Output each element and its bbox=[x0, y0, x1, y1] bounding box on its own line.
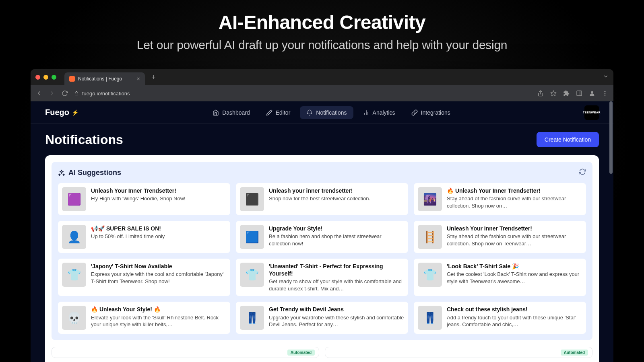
svg-point-8 bbox=[605, 95, 606, 96]
notification-list-item[interactable]: Automated bbox=[52, 347, 319, 358]
card-thumbnail: 💀 bbox=[62, 306, 86, 330]
card-body: Be a fashion hero and shop the latest st… bbox=[269, 233, 404, 247]
hero-title: AI-Enhanced Creativity bbox=[0, 11, 644, 33]
tab-favicon-icon bbox=[69, 76, 75, 82]
sparkle-icon bbox=[58, 169, 65, 177]
suggestion-card[interactable]: 👤📢🚀 SUPER SALE IS ON!Up to 50% off. Limi… bbox=[58, 221, 230, 253]
tabs-dropdown-icon[interactable] bbox=[603, 74, 609, 81]
suggestion-card[interactable]: 👖Get Trendy with Devil JeansUpgrade your… bbox=[236, 302, 408, 334]
profile-avatar[interactable]: TEENWEAR bbox=[584, 105, 599, 120]
card-thumbnail: ⬛ bbox=[240, 187, 264, 211]
card-thumbnail: 👕 bbox=[240, 263, 264, 287]
notification-list-item[interactable]: Automated bbox=[325, 347, 592, 358]
suggestion-card[interactable]: 🌆🔥 Unleash Your Inner Trendsetter!Stay a… bbox=[414, 183, 586, 215]
card-thumbnail: 🪜 bbox=[418, 225, 442, 249]
card-title: Check out these stylish jeans! bbox=[447, 306, 582, 313]
suggestion-card[interactable]: 👖Check out these stylish jeans!Add a tre… bbox=[414, 302, 586, 334]
card-title: Upgrade Your Style! bbox=[269, 225, 404, 232]
nav-dashboard[interactable]: Dashboard bbox=[206, 106, 256, 119]
card-title: Unleash Your Inner Trendsetter! bbox=[91, 187, 226, 194]
card-body: Get the coolest 'Look Back' T-Shirt now … bbox=[447, 271, 582, 285]
suggestion-card[interactable]: 👕'Look Back' T-Shirt Sale 🎉Get the coole… bbox=[414, 259, 586, 296]
new-tab-button[interactable]: + bbox=[151, 73, 156, 82]
suggestion-card[interactable]: 🪜Unleash Your Inner Trendsetter!Stay ahe… bbox=[414, 221, 586, 253]
create-notification-button[interactable]: Create Notification bbox=[537, 132, 599, 147]
browser-address-bar: fuego.io/notifications bbox=[31, 85, 613, 101]
card-body: Express your style with the cool and com… bbox=[91, 271, 226, 285]
page-title: Notifications bbox=[45, 132, 123, 147]
automated-badge: Automated bbox=[561, 350, 588, 356]
card-title: 📢🚀 SUPER SALE IS ON! bbox=[91, 225, 226, 232]
browser-tabbar: Notifications | Fuego × + bbox=[31, 69, 613, 85]
refresh-suggestions-button[interactable] bbox=[579, 168, 586, 177]
card-title: Unleash your inner trendsetter! bbox=[269, 187, 404, 194]
card-title: Unleash Your Inner Trendsetter! bbox=[447, 225, 582, 232]
card-thumbnail: 👖 bbox=[418, 306, 442, 330]
svg-point-5 bbox=[591, 91, 593, 93]
nav-notifications[interactable]: Notifications bbox=[300, 106, 353, 119]
back-button[interactable] bbox=[35, 90, 43, 97]
tab-close-icon[interactable]: × bbox=[137, 76, 140, 82]
lock-icon bbox=[74, 91, 79, 96]
card-body: Upgrade your wardrobe with these stylish… bbox=[269, 314, 404, 328]
card-thumbnail: 👕 bbox=[62, 263, 86, 287]
card-title: 'Look Back' T-Shirt Sale 🎉 bbox=[447, 263, 582, 270]
card-title: 'Unwanted' T-Shirt - Perfect for Express… bbox=[269, 263, 404, 277]
hero-subtitle: Let our powerful AI draft up your notifi… bbox=[0, 38, 644, 52]
suggestion-card[interactable]: 👕'Japony' T-Shirt Now AvailableExpress y… bbox=[58, 259, 230, 296]
forward-button[interactable] bbox=[48, 90, 56, 97]
ai-suggestions-title: AI Suggestions bbox=[68, 169, 121, 177]
maximize-window-icon[interactable] bbox=[52, 75, 56, 80]
svg-rect-0 bbox=[75, 93, 78, 95]
tab-title: Notifications | Fuego bbox=[78, 76, 122, 82]
nav-analytics[interactable]: Analytics bbox=[357, 106, 402, 119]
app-logo[interactable]: Fuego⚡ bbox=[45, 108, 78, 117]
profile-icon[interactable] bbox=[588, 90, 596, 97]
card-thumbnail: 👖 bbox=[240, 306, 264, 330]
suggestion-card[interactable]: 👕'Unwanted' T-Shirt - Perfect for Expres… bbox=[236, 259, 408, 296]
svg-marker-2 bbox=[551, 90, 556, 96]
url-text: fuego.io/notifications bbox=[82, 90, 130, 97]
window-controls bbox=[35, 75, 56, 80]
suggestion-card[interactable]: 🟦Upgrade Your Style!Be a fashion hero an… bbox=[236, 221, 408, 253]
menu-icon[interactable] bbox=[601, 90, 609, 97]
card-body: Up to 50% off. Limited time only bbox=[91, 233, 226, 240]
url-field[interactable]: fuego.io/notifications bbox=[74, 90, 531, 97]
card-body: Fly High with 'Wings' Hoodie, Shop Now! bbox=[91, 195, 226, 202]
browser-window: Notifications | Fuego × + fuego.io/notif… bbox=[31, 69, 613, 362]
sidepanel-icon[interactable] bbox=[576, 90, 583, 97]
card-body: Get ready to show off your style with th… bbox=[269, 278, 404, 292]
card-title: 🔥 Unleash Your Style! 🔥 bbox=[91, 306, 226, 313]
card-body: Add a trendy touch to your outfit with t… bbox=[447, 314, 582, 328]
suggestion-card[interactable]: ⬛Unleash your inner trendsetter!Shop now… bbox=[236, 183, 408, 215]
share-icon[interactable] bbox=[537, 90, 544, 97]
flame-icon: ⚡ bbox=[72, 109, 78, 116]
card-thumbnail: 🌆 bbox=[418, 187, 442, 211]
card-thumbnail: 👕 bbox=[418, 263, 442, 287]
nav-editor[interactable]: Editor bbox=[260, 106, 297, 119]
app-topnav: Fuego⚡ DashboardEditorNotificationsAnaly… bbox=[31, 101, 613, 124]
svg-rect-3 bbox=[577, 91, 582, 96]
svg-point-7 bbox=[605, 93, 606, 94]
bookmark-icon[interactable] bbox=[550, 90, 557, 97]
reload-button[interactable] bbox=[61, 90, 68, 97]
nav-integrations[interactable]: Integrations bbox=[405, 106, 457, 119]
ai-suggestions-section: AI Suggestions 🟪Unleash Your Inner Trend… bbox=[52, 162, 592, 340]
minimize-window-icon[interactable] bbox=[43, 75, 48, 80]
card-title: Get Trendy with Devil Jeans bbox=[269, 306, 404, 313]
card-title: 🔥 Unleash Your Inner Trendsetter! bbox=[447, 187, 582, 194]
automated-badge: Automated bbox=[287, 350, 315, 356]
app-viewport: Fuego⚡ DashboardEditorNotificationsAnaly… bbox=[31, 101, 613, 362]
browser-tab[interactable]: Notifications | Fuego × bbox=[64, 72, 145, 85]
scrollbar-thumb[interactable] bbox=[609, 101, 613, 174]
extensions-icon[interactable] bbox=[563, 90, 570, 97]
suggestion-card[interactable]: 🟪Unleash Your Inner Trendsetter!Fly High… bbox=[58, 183, 230, 215]
card-body: Stay ahead of the fashion curve with our… bbox=[447, 233, 582, 247]
close-window-icon[interactable] bbox=[35, 75, 40, 80]
svg-point-6 bbox=[605, 91, 606, 92]
main-panel: AI Suggestions 🟪Unleash Your Inner Trend… bbox=[45, 155, 599, 362]
card-thumbnail: 🟦 bbox=[240, 225, 264, 249]
card-title: 'Japony' T-Shirt Now Available bbox=[91, 263, 226, 270]
card-thumbnail: 🟪 bbox=[62, 187, 86, 211]
suggestion-card[interactable]: 💀🔥 Unleash Your Style! 🔥Elevate your loo… bbox=[58, 302, 230, 334]
